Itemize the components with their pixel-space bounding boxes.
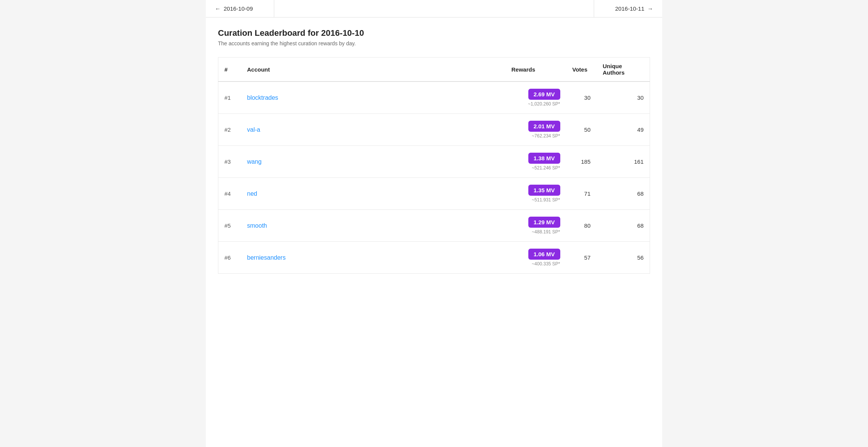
rewards-badge: 1.29 MV: [528, 217, 560, 228]
account-cell: smooth: [241, 210, 506, 242]
col-header-rank: #: [218, 57, 241, 82]
account-link[interactable]: wang: [247, 158, 262, 165]
table-row: #1 blocktrades 2.69 MV ~1,020.260 SP* 30…: [218, 81, 650, 114]
authors-cell: 49: [597, 114, 650, 146]
next-date-link[interactable]: 2016-10-11 →: [594, 0, 662, 17]
rewards-sp: ~488.191 SP*: [512, 229, 560, 235]
rewards-cell: 2.69 MV ~1,020.260 SP*: [506, 81, 566, 114]
table-row: #6 berniesanders 1.06 MV ~400.335 SP* 57…: [218, 242, 650, 274]
rank-cell: #5: [218, 210, 241, 242]
rewards-cell: 1.35 MV ~511.931 SP*: [506, 178, 566, 210]
rewards-cell: 1.38 MV ~521.246 SP*: [506, 146, 566, 178]
votes-cell: 185: [566, 146, 597, 178]
rewards-cell: 1.06 MV ~400.335 SP*: [506, 242, 566, 274]
rewards-cell: 1.29 MV ~488.191 SP*: [506, 210, 566, 242]
table-row: #4 ned 1.35 MV ~511.931 SP* 71 68: [218, 178, 650, 210]
col-header-account: Account: [241, 57, 506, 82]
rewards-badge: 1.35 MV: [528, 185, 560, 196]
authors-cell: 56: [597, 242, 650, 274]
account-link[interactable]: blocktrades: [247, 94, 278, 101]
table-row: #5 smooth 1.29 MV ~488.191 SP* 80 68: [218, 210, 650, 242]
rewards-badge: 2.69 MV: [528, 89, 560, 100]
col-header-authors: Unique Authors: [597, 57, 650, 82]
main-content: Curation Leaderboard for 2016-10-10 The …: [206, 18, 662, 284]
prev-date-label: 2016-10-09: [224, 5, 253, 12]
next-date-label: 2016-10-11: [615, 5, 644, 12]
account-cell: wang: [241, 146, 506, 178]
account-link[interactable]: val-a: [247, 126, 261, 133]
account-cell: val-a: [241, 114, 506, 146]
rewards-sp: ~521.246 SP*: [512, 165, 560, 171]
nav-spacer: [274, 0, 594, 17]
account-cell: ned: [241, 178, 506, 210]
votes-cell: 30: [566, 81, 597, 114]
rewards-sp: ~511.931 SP*: [512, 197, 560, 203]
page-title: Curation Leaderboard for 2016-10-10: [218, 28, 650, 38]
table-row: #2 val-a 2.01 MV ~762.234 SP* 50 49: [218, 114, 650, 146]
account-cell: blocktrades: [241, 81, 506, 114]
authors-cell: 68: [597, 178, 650, 210]
votes-cell: 71: [566, 178, 597, 210]
rewards-sp: ~400.335 SP*: [512, 261, 560, 267]
rank-cell: #2: [218, 114, 241, 146]
votes-cell: 50: [566, 114, 597, 146]
rewards-sp: ~762.234 SP*: [512, 133, 560, 139]
table-header-row: # Account Rewards Votes Unique Authors: [218, 57, 650, 82]
authors-cell: 68: [597, 210, 650, 242]
authors-cell: 161: [597, 146, 650, 178]
col-header-votes: Votes: [566, 57, 597, 82]
rank-cell: #6: [218, 242, 241, 274]
account-link[interactable]: berniesanders: [247, 254, 286, 261]
rewards-badge: 2.01 MV: [528, 121, 560, 132]
col-header-rewards: Rewards: [506, 57, 566, 82]
votes-cell: 80: [566, 210, 597, 242]
rewards-badge: 1.06 MV: [528, 249, 560, 260]
navigation-bar: ← 2016-10-09 2016-10-11 →: [206, 0, 662, 18]
rewards-cell: 2.01 MV ~762.234 SP*: [506, 114, 566, 146]
authors-cell: 30: [597, 81, 650, 114]
page-container: ← 2016-10-09 2016-10-11 → Curation Leade…: [206, 0, 662, 447]
account-cell: berniesanders: [241, 242, 506, 274]
rank-cell: #3: [218, 146, 241, 178]
rewards-badge: 1.38 MV: [528, 153, 560, 164]
page-subtitle: The accounts earning the highest curatio…: [218, 40, 650, 46]
rank-cell: #1: [218, 81, 241, 114]
left-arrow-icon: ←: [215, 5, 221, 12]
leaderboard-table: # Account Rewards Votes Unique Authors #…: [218, 57, 650, 274]
votes-cell: 57: [566, 242, 597, 274]
account-link[interactable]: ned: [247, 190, 258, 197]
rank-cell: #4: [218, 178, 241, 210]
account-link[interactable]: smooth: [247, 222, 267, 229]
rewards-sp: ~1,020.260 SP*: [512, 101, 560, 107]
table-row: #3 wang 1.38 MV ~521.246 SP* 185 161: [218, 146, 650, 178]
prev-date-link[interactable]: ← 2016-10-09: [206, 0, 274, 17]
right-arrow-icon: →: [647, 5, 653, 12]
